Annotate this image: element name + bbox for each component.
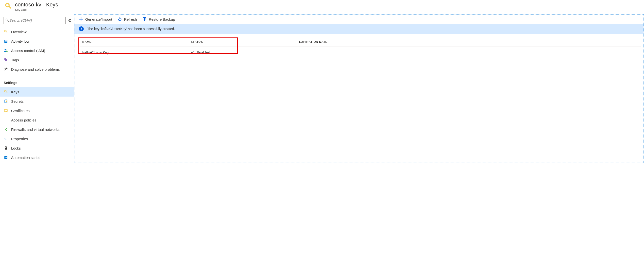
refresh-icon: [118, 17, 122, 22]
svg-rect-10: [5, 42, 6, 42]
access-policies-icon: [4, 118, 8, 122]
svg-rect-23: [4, 119, 8, 119]
svg-rect-40: [79, 19, 83, 20]
diagnose-icon: [4, 67, 8, 72]
keys-table: NAME STATUS EXPIRATION DATE kafkaCluster…: [80, 37, 641, 58]
sidebar-item-access-policies[interactable]: Access policies: [0, 115, 74, 125]
sidebar-item-automation-script[interactable]: Automation script: [0, 153, 74, 162]
svg-rect-24: [4, 120, 8, 120]
col-header-name[interactable]: NAME: [80, 37, 188, 47]
sidebar-item-label: Secrets: [11, 99, 24, 104]
svg-rect-25: [4, 121, 8, 121]
key-vault-icon: [4, 2, 13, 11]
certificates-icon: [4, 108, 8, 113]
status-text: Enabled: [196, 50, 210, 54]
tags-icon: [4, 58, 8, 62]
sidebar-item-label: Access policies: [11, 118, 36, 122]
svg-rect-20: [6, 101, 7, 101]
sidebar-item-label: Overview: [11, 30, 26, 34]
svg-rect-37: [5, 148, 7, 150]
svg-point-13: [5, 59, 6, 60]
cell-key-name: kafkaClusterKey: [80, 47, 188, 58]
collapse-sidebar-button[interactable]: [67, 18, 72, 23]
cell-status: Enabled: [188, 47, 296, 58]
firewalls-icon: [4, 127, 8, 132]
header-titles: contoso-kv - Keys Key vault: [15, 2, 58, 12]
sidebar-item-access-control[interactable]: Access control (IAM): [0, 46, 74, 55]
generate-import-button[interactable]: Generate/Import: [79, 17, 112, 22]
svg-rect-8: [5, 40, 7, 41]
sidebar-item-tags[interactable]: Tags: [0, 55, 74, 64]
info-icon: i: [79, 26, 84, 31]
table-row[interactable]: kafkaClusterKey Enabled: [80, 47, 641, 58]
sidebar-section-settings: Settings: [0, 76, 74, 86]
toolbar-button-label: Generate/Import: [85, 17, 112, 22]
svg-line-29: [5, 128, 7, 129]
overview-icon: [4, 30, 8, 34]
svg-rect-34: [5, 138, 6, 138]
secrets-icon: [4, 99, 8, 104]
toolbar-button-label: Restore Backup: [149, 17, 175, 22]
automation-script-icon: [4, 155, 8, 160]
nav-list-settings: Keys Secrets Certificates: [0, 86, 74, 163]
svg-line-4: [8, 21, 8, 22]
svg-rect-31: [5, 137, 5, 140]
sidebar-item-properties[interactable]: Properties: [0, 134, 74, 144]
sidebar-item-label: Properties: [11, 137, 28, 141]
toolbar-button-label: Refresh: [124, 17, 137, 22]
sidebar: Overview Activity log Access control (IA…: [0, 14, 74, 163]
locks-icon: [4, 146, 8, 150]
sidebar-item-label: Tags: [11, 58, 19, 62]
sidebar-item-secrets[interactable]: Secrets: [0, 96, 74, 106]
sidebar-item-overview[interactable]: Overview: [0, 27, 74, 36]
sidebar-item-label: Diagnose and solve problems: [11, 67, 60, 72]
plus-icon: [79, 17, 83, 22]
sidebar-item-label: Automation script: [11, 156, 40, 160]
svg-point-22: [6, 110, 7, 112]
refresh-button[interactable]: Refresh: [118, 17, 137, 22]
notification-message: The key 'kafkaClusterKey' has been succe…: [87, 27, 175, 31]
blade-root: contoso-kv - Keys Key vault: [0, 0, 644, 163]
activity-log-icon: [4, 39, 8, 43]
page-title: contoso-kv - Keys: [15, 2, 58, 8]
sidebar-item-label: Keys: [11, 90, 19, 94]
sidebar-item-certificates[interactable]: Certificates: [0, 106, 74, 115]
sidebar-item-label: Locks: [11, 146, 21, 150]
sidebar-item-activity-log[interactable]: Activity log: [0, 36, 74, 46]
col-header-expiration[interactable]: EXPIRATION DATE: [296, 37, 641, 47]
upload-icon: [142, 17, 147, 22]
keys-table-wrap: NAME STATUS EXPIRATION DATE kafkaCluster…: [74, 34, 644, 58]
access-control-icon: [4, 48, 8, 53]
search-input-wrapper[interactable]: [3, 17, 66, 24]
svg-line-30: [5, 129, 7, 130]
col-header-status[interactable]: STATUS: [188, 37, 296, 47]
search-icon: [6, 18, 9, 23]
sidebar-item-label: Certificates: [11, 109, 30, 113]
properties-icon: [4, 136, 8, 141]
svg-rect-35: [6, 139, 6, 140]
table-header-row: NAME STATUS EXPIRATION DATE: [80, 37, 641, 47]
sidebar-item-firewalls[interactable]: Firewalls and virtual networks: [0, 125, 74, 134]
search-input[interactable]: [9, 18, 63, 23]
svg-point-14: [5, 70, 5, 70]
svg-rect-32: [6, 137, 6, 140]
sidebar-item-label: Access control (IAM): [11, 48, 45, 53]
success-notification: i The key 'kafkaClusterKey' has been suc…: [74, 24, 644, 34]
restore-backup-button[interactable]: Restore Backup: [142, 17, 175, 22]
svg-rect-33: [7, 137, 7, 140]
sidebar-item-label: Firewalls and virtual networks: [11, 128, 60, 132]
svg-rect-9: [5, 41, 7, 42]
sidebar-item-keys[interactable]: Keys: [0, 87, 74, 96]
page-subtitle: Key vault: [15, 8, 58, 12]
cell-expiration: [296, 47, 641, 58]
sidebar-item-locks[interactable]: Locks: [0, 144, 74, 153]
svg-rect-36: [7, 138, 8, 138]
svg-point-12: [6, 50, 8, 50]
nav-list-top: Overview Activity log Access control (IA…: [0, 26, 74, 76]
svg-point-3: [6, 19, 8, 21]
keys-icon: [4, 90, 8, 94]
toolbar: Generate/Import Refresh Restore Backup: [74, 14, 644, 24]
sidebar-item-label: Activity log: [11, 39, 29, 43]
svg-point-11: [5, 49, 6, 50]
sidebar-item-diagnose[interactable]: Diagnose and solve problems: [0, 64, 74, 74]
